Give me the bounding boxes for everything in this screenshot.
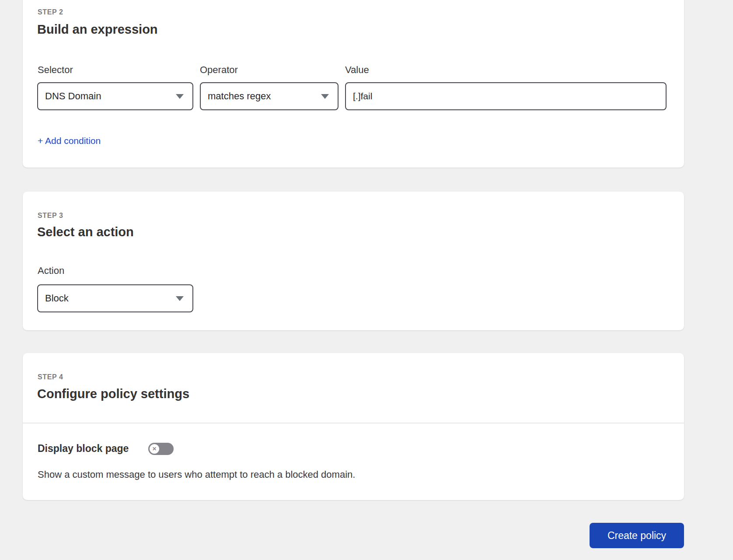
toggle-off-x-icon: ✕ (150, 444, 159, 454)
selector-dropdown-value: DNS Domain (45, 91, 101, 102)
step4-eyebrow: STEP 4 (38, 373, 63, 381)
create-policy-button[interactable]: Create policy (590, 523, 684, 548)
action-dropdown[interactable]: Block (37, 284, 193, 312)
card-section-divider (23, 423, 684, 424)
display-block-page-label: Display block page (38, 443, 129, 455)
display-block-page-toggle[interactable]: ✕ (148, 443, 174, 455)
step3-title: Select an action (37, 225, 134, 239)
selector-label: Selector (38, 64, 73, 76)
step3-eyebrow: STEP 3 (38, 212, 63, 220)
chevron-down-icon (176, 94, 184, 99)
step2-title: Build an expression (37, 22, 158, 37)
step2-eyebrow: STEP 2 (38, 8, 63, 16)
value-input[interactable] (345, 82, 667, 110)
step4-title: Configure policy settings (37, 387, 189, 401)
chevron-down-icon (321, 94, 329, 99)
selector-dropdown[interactable]: DNS Domain (37, 82, 193, 110)
operator-dropdown-value: matches regex (208, 91, 271, 102)
display-block-page-description: Show a custom message to users who attem… (38, 469, 355, 480)
chevron-down-icon (176, 296, 184, 301)
action-label: Action (38, 265, 64, 276)
operator-dropdown[interactable]: matches regex (200, 82, 339, 110)
action-dropdown-value: Block (45, 293, 69, 304)
value-label: Value (345, 64, 369, 76)
add-condition-link[interactable]: + Add condition (38, 136, 101, 146)
operator-label: Operator (200, 64, 238, 76)
